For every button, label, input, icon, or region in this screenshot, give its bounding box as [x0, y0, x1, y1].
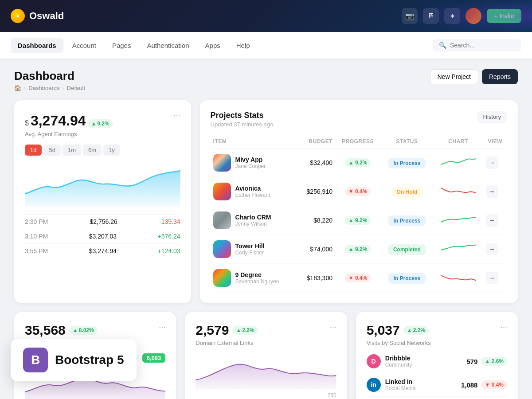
organic-badge: ▲ 8.02%: [69, 326, 98, 335]
nav-help[interactable]: Help: [229, 38, 257, 53]
table-row: Charto CRM Jenny Wilson $8,220 ▲ 9.2% In…: [211, 206, 507, 235]
dollar-sign: $: [25, 119, 29, 127]
nav-dashboards[interactable]: Dashboards: [11, 38, 63, 53]
view-button[interactable]: →: [486, 243, 498, 255]
project-thumb: [213, 269, 231, 287]
topbar: ● Oswald 📷 🖥 ✦ + Invite: [0, 0, 532, 32]
bootstrap-icon: B: [23, 348, 48, 372]
table-row: 9 Degree Savannah Nguyen $183,300 ▼ 0.4%…: [211, 264, 507, 293]
breadcrumb: 🏠 › Dashboards › Default: [14, 85, 85, 91]
nav-account[interactable]: Account: [65, 38, 103, 53]
project-thumb: [213, 240, 231, 258]
domain-info: 2,579 ▲ 2.2% Domain External Links: [196, 323, 258, 346]
status-badge: Completed: [388, 244, 426, 255]
invite-button[interactable]: + Invite: [487, 9, 521, 23]
earnings-badge: ▲ 9.2%: [87, 119, 113, 128]
chart-label-250: 250: [196, 392, 336, 399]
view-button[interactable]: →: [486, 272, 498, 284]
project-thumb: [213, 154, 231, 172]
status-badge: In Process: [388, 158, 426, 168]
project-item-charto: Charto CRM Jenny Wilson: [213, 211, 295, 229]
nav-authentication[interactable]: Authentication: [140, 38, 196, 53]
status-badge: In Process: [388, 273, 426, 284]
filter-1d[interactable]: 1d: [25, 145, 42, 156]
domain-label: Domain External Links: [196, 340, 258, 346]
domain-more-button[interactable]: ···: [330, 323, 336, 332]
progress-badge: ▲ 9.2%: [345, 216, 371, 225]
bootstrap-text: Bootstrap 5: [55, 353, 124, 367]
dribbble-icon: D: [367, 354, 381, 368]
earnings-value: 3,274.94: [31, 113, 86, 129]
project-info: 9 Degree Savannah Nguyen: [235, 271, 279, 285]
status-badge: In Process: [388, 215, 426, 226]
col-budget: BUDGET: [297, 135, 335, 149]
search-input[interactable]: [450, 42, 515, 49]
social-info: 5,037 ▲ 2.2% Visits by Social Networks: [367, 323, 431, 346]
col-status: STATUS: [380, 135, 433, 149]
linkedin-icon: in: [367, 378, 381, 392]
time-filters: 1d 5d 1m 6m 1y: [25, 145, 180, 156]
filter-1m[interactable]: 1m: [63, 145, 81, 156]
avatar[interactable]: [466, 8, 481, 24]
avatar-image: [466, 8, 481, 24]
table-row: Avionica Esther Howard $256,910 ▼ 0.4% O…: [211, 177, 507, 206]
mini-chart: [441, 243, 476, 254]
col-item: ITEM: [211, 135, 297, 149]
reports-button[interactable]: Reports: [482, 69, 518, 84]
dribbble-badge: ▲ 2.6%: [481, 357, 507, 366]
country-value: 6,083: [142, 353, 166, 363]
earnings-amount: $ 3,274.94 ▲ 9.2%: [25, 113, 113, 129]
organic-value: 35,568: [25, 323, 66, 338]
dribbble-info: Dribbble Community: [385, 355, 467, 368]
status-badge: On Hold: [391, 187, 423, 197]
project-item-mivy: Mivy App Jane Cooper: [213, 154, 295, 172]
domain-chart: [196, 353, 336, 389]
social-more-button[interactable]: ···: [501, 323, 507, 332]
projects-title: Projects Stats: [211, 111, 274, 120]
search-bar[interactable]: 🔍: [433, 39, 521, 51]
nav-apps[interactable]: Apps: [198, 38, 227, 53]
filter-6m[interactable]: 6m: [83, 145, 102, 156]
more-button[interactable]: ···: [174, 111, 180, 120]
domain-card: 2,579 ▲ 2.2% Domain External Links ···: [185, 312, 347, 399]
view-button[interactable]: →: [486, 156, 498, 169]
projects-title-wrap: Projects Stats Updated 37 minutes ago: [211, 111, 274, 128]
monitor-icon[interactable]: 🖥: [423, 8, 439, 24]
domain-badge: ▲ 2.2%: [232, 326, 258, 335]
project-thumb: [213, 211, 231, 229]
project-info: Avionica Esther Howard: [235, 185, 270, 198]
navbar: Dashboards Account Pages Authentication …: [0, 32, 532, 59]
history-button[interactable]: History: [477, 111, 507, 123]
new-project-button[interactable]: New Project: [430, 69, 478, 84]
earnings-label: Avg. Agent Earnings: [25, 131, 113, 137]
mini-chart: [441, 214, 476, 225]
social-value: 5,037: [367, 323, 400, 338]
filter-1y[interactable]: 1y: [103, 145, 120, 156]
view-button[interactable]: →: [486, 185, 498, 198]
view-button[interactable]: →: [486, 214, 498, 227]
share-icon[interactable]: ✦: [444, 8, 460, 24]
project-item-avionica: Avionica Esther Howard: [213, 183, 295, 200]
camera-icon[interactable]: 📷: [402, 8, 418, 24]
social-card: 5,037 ▲ 2.2% Visits by Social Networks ·…: [356, 312, 518, 399]
table-row: 3:55 PM $3,274.94 +124.03: [25, 243, 180, 258]
project-thumb: [213, 183, 231, 200]
table-row: 3:10 PM $3,207.03 +576.24: [25, 229, 180, 243]
bootstrap-overlay: B Bootstrap 5: [11, 339, 137, 381]
domain-header: 2,579 ▲ 2.2% Domain External Links ···: [196, 323, 336, 346]
mini-chart: [441, 156, 476, 167]
progress-badge: ▲ 9.2%: [345, 158, 371, 167]
progress-badge: ▲ 9.2%: [345, 245, 371, 254]
nav-pages[interactable]: Pages: [105, 38, 138, 53]
table-row: 2:30 PM $2,756.26 -139.34: [25, 214, 180, 229]
page-actions: New Project Reports: [430, 69, 518, 84]
topbar-right: 📷 🖥 ✦ + Invite: [402, 8, 521, 24]
project-item-tower: Tower Hill Cody Fisher: [213, 240, 295, 258]
linkedin-badge: ▼ 0.4%: [481, 380, 507, 389]
breadcrumb-dashboards[interactable]: Dashboards: [28, 85, 59, 91]
table-row: Tower Hill Cody Fisher $74,000 ▲ 9.2% Co…: [211, 235, 507, 264]
logo[interactable]: ● Oswald: [11, 9, 64, 23]
table-row: Mivy App Jane Cooper $32,400 ▲ 9.2% In P…: [211, 149, 507, 177]
organic-more-button[interactable]: ···: [159, 323, 165, 332]
filter-5d[interactable]: 5d: [43, 145, 60, 156]
